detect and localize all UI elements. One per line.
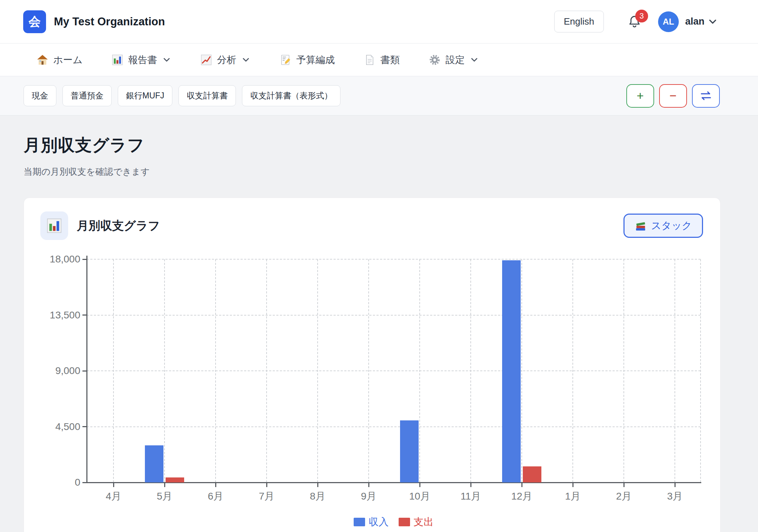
avatar-initials: AL xyxy=(663,17,674,27)
x-gridline xyxy=(419,259,420,482)
add-button[interactable]: + xyxy=(626,84,654,108)
x-axis-tick xyxy=(215,482,216,487)
nav-label: 報告書 xyxy=(128,53,157,66)
x-axis-label: 1月 xyxy=(548,490,598,503)
chip-income-statement-table[interactable]: 収支計算書（表形式） xyxy=(242,85,340,106)
swap-button[interactable] xyxy=(692,84,720,108)
line-chart-icon xyxy=(201,54,212,66)
bar-収入-5月 xyxy=(145,445,163,482)
x-axis-tick xyxy=(572,482,573,487)
x-axis-tick xyxy=(317,482,318,487)
memo-icon xyxy=(280,54,291,66)
legend-label: 支出 xyxy=(414,515,434,529)
x-axis-label: 12月 xyxy=(497,490,547,503)
x-gridline xyxy=(521,259,522,482)
x-gridline xyxy=(572,259,573,482)
gear-icon xyxy=(429,54,440,66)
y-axis-label: 18,000 xyxy=(27,254,80,265)
chip-ordinary-deposit[interactable]: 普通預金 xyxy=(62,85,112,106)
x-axis-label: 5月 xyxy=(140,490,190,503)
x-axis-label: 10月 xyxy=(395,490,445,503)
x-axis-tick xyxy=(419,482,420,487)
y-axis-label: 4,500 xyxy=(27,421,80,433)
chart-legend: 収入支出 xyxy=(87,515,701,529)
legend-item-収入[interactable]: 収入 xyxy=(354,515,389,529)
bar-支出-5月 xyxy=(166,477,184,482)
plus-icon: + xyxy=(637,89,644,103)
org-logo-char: 会 xyxy=(29,14,41,30)
nav-label: 予算編成 xyxy=(296,53,335,66)
x-axis-label: 4月 xyxy=(89,490,138,503)
x-axis-label: 8月 xyxy=(293,490,343,503)
chevron-down-icon xyxy=(470,55,479,65)
page-title: 月別収支グラフ xyxy=(24,134,734,157)
x-axis-tick xyxy=(674,482,676,487)
y-gridline xyxy=(87,315,701,316)
nav-item-analysis[interactable]: 分析 xyxy=(201,53,251,66)
bar-収入-12月 xyxy=(502,260,521,482)
notifications-button[interactable]: 3 xyxy=(627,14,642,30)
x-axis-tick xyxy=(113,482,114,487)
x-gridline xyxy=(623,259,624,482)
chart-card: 月別収支グラフ スタック 04,5009,00013,50018,0004月5月… xyxy=(24,198,721,532)
page-subtitle: 当期の月別収支を確認できます xyxy=(24,166,734,178)
nav-item-settings[interactable]: 設定 xyxy=(429,53,479,66)
chevron-down-icon xyxy=(241,55,251,65)
nav-label: 設定 xyxy=(445,53,465,66)
y-gridline xyxy=(87,370,701,371)
y-gridline xyxy=(87,426,701,427)
x-gridline xyxy=(368,259,369,482)
x-axis-label: 3月 xyxy=(650,490,700,503)
toolbar-actions: + − xyxy=(626,84,720,108)
legend-swatch xyxy=(399,518,410,526)
page-head: 月別収支グラフ 当期の月別収支を確認できます xyxy=(0,116,758,178)
monthly-balance-page: { "header": { "logo_char": "会", "org_nam… xyxy=(0,0,758,532)
x-gridline xyxy=(164,259,165,482)
nav-item-reports[interactable]: 報告書 xyxy=(112,53,171,66)
nav-item-budgeting[interactable]: 予算編成 xyxy=(280,53,335,66)
y-axis-label: 0 xyxy=(27,477,80,488)
x-axis-label: 2月 xyxy=(599,490,649,503)
y-gridline xyxy=(87,259,701,260)
monthly-bar-chart: 04,5009,00013,50018,0004月5月6月7月8月9月10月11… xyxy=(24,198,720,532)
language-button[interactable]: English xyxy=(554,11,604,32)
y-axis-label: 9,000 xyxy=(27,365,80,377)
chip-cash[interactable]: 現金 xyxy=(24,85,56,106)
remove-button[interactable]: − xyxy=(659,84,687,108)
chip-income-statement[interactable]: 収支計算書 xyxy=(178,85,236,106)
legend-swatch xyxy=(354,518,365,526)
x-gridline xyxy=(674,259,675,482)
org-logo[interactable]: 会 xyxy=(23,10,46,33)
swap-arrows-icon xyxy=(699,89,713,103)
main-nav: ホーム 報告書 分析 予算編成 書類 設定 xyxy=(0,44,758,76)
x-axis-label: 11月 xyxy=(446,490,496,503)
x-gridline xyxy=(113,259,114,482)
x-axis-tick xyxy=(521,482,522,487)
x-axis-tick xyxy=(368,482,369,487)
y-axis-label: 13,500 xyxy=(27,310,80,321)
account-toolbar: 現金 普通預金 銀行MUFJ 収支計算書 収支計算書（表形式） + − xyxy=(0,76,758,116)
x-axis-label: 9月 xyxy=(344,490,394,503)
chevron-down-icon[interactable] xyxy=(707,16,718,27)
app-header: 会 My Test Organization English 3 AL alan xyxy=(0,0,758,44)
document-icon xyxy=(364,54,375,66)
x-gridline xyxy=(700,259,701,482)
avatar[interactable]: AL xyxy=(658,11,679,32)
user-name[interactable]: alan xyxy=(685,16,704,27)
x-gridline xyxy=(470,259,471,482)
nav-label: 書類 xyxy=(380,53,400,66)
home-icon xyxy=(37,54,48,66)
nav-item-documents[interactable]: 書類 xyxy=(364,53,400,66)
header-right: English 3 AL alan xyxy=(554,11,718,32)
x-axis-label: 7月 xyxy=(242,490,292,503)
x-axis-tick xyxy=(623,482,625,487)
nav-item-home[interactable]: ホーム xyxy=(37,53,82,66)
bar-収入-10月 xyxy=(400,420,419,482)
x-gridline xyxy=(266,259,267,482)
y-axis-line xyxy=(86,256,87,482)
bar-chart-icon xyxy=(112,54,123,66)
legend-item-支出[interactable]: 支出 xyxy=(399,515,434,529)
chip-bank-mufj[interactable]: 銀行MUFJ xyxy=(118,85,172,106)
legend-label: 収入 xyxy=(369,515,389,529)
x-gridline xyxy=(317,259,318,482)
